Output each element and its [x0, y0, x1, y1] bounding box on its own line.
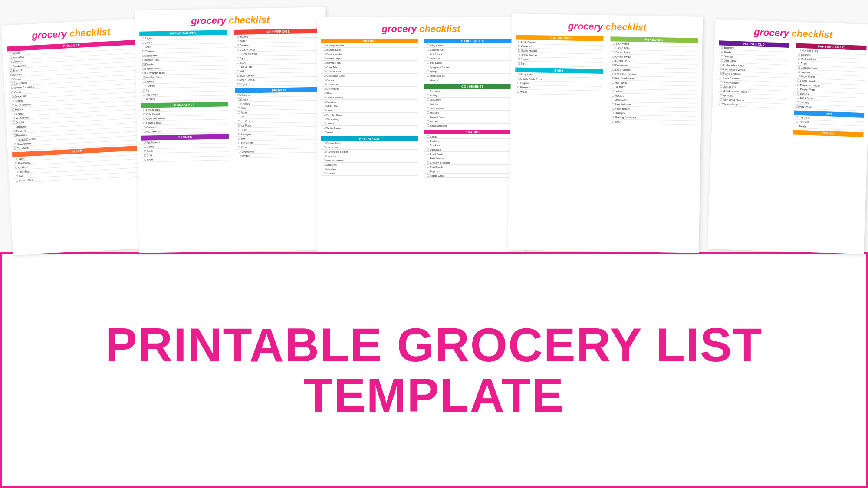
produce-section: PRODUCE Apples Avocados Bananas Blueberr…: [7, 40, 142, 151]
main-title: PRINTABLE GROCERY LIST TEMPLATE: [105, 320, 763, 420]
paper-5: grocery checklist HOUSEHOLD Batteries Ca…: [707, 19, 868, 254]
paper3-title: grocery checklist: [319, 19, 523, 37]
paper4-title: grocery checklist: [513, 15, 701, 37]
preview-section: grocery checklist PRODUCE Apples Avocado…: [0, 0, 868, 252]
paper-1: grocery checklist PRODUCE Apples Avocado…: [1, 18, 151, 255]
paper-4: grocery checklist SEASONINGS Chili Powde…: [508, 13, 703, 253]
paper2-title: grocery checklist: [136, 9, 324, 30]
title-section: PRINTABLE GROCERY LIST TEMPLATE: [0, 252, 868, 488]
paper-2: grocery checklist BREAD/BAKERY Bagels Br…: [135, 7, 330, 253]
paper-3: grocery checklist BAKING Baking Powder B…: [317, 17, 525, 252]
meat-section: MEAT Bacon Beef/Steak Chicken Deli Meat …: [12, 145, 144, 183]
